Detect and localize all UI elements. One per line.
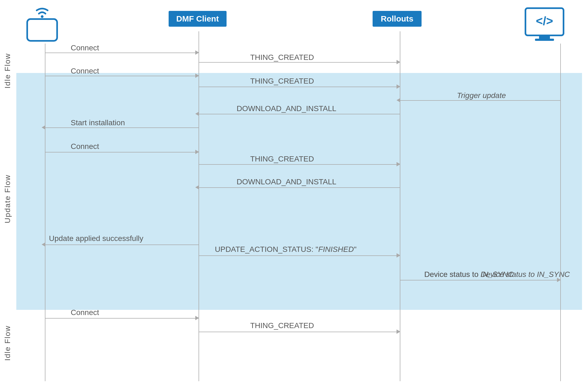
connect1-arrowhead <box>195 50 199 55</box>
svg-text:</>: </> <box>536 14 553 28</box>
trigger-update-label: Trigger update <box>457 91 506 100</box>
update-flow-label: Update Flow <box>3 95 12 302</box>
connect3-arrowhead <box>195 150 199 154</box>
update-action-status-line <box>199 255 400 256</box>
rollouts-box: Rollouts <box>373 11 422 27</box>
thing-created1-line <box>199 62 400 63</box>
download-install2-arrowhead <box>195 185 199 190</box>
download-install1-arrowhead <box>195 112 199 116</box>
svg-rect-4 <box>539 35 550 39</box>
device-status-text: Device status to IN_SYNC <box>424 270 513 279</box>
svg-rect-5 <box>535 39 554 41</box>
thing-created2-label: THING_CREATED <box>250 77 314 85</box>
svg-point-0 <box>41 15 44 18</box>
thing-created2-arrowhead <box>397 84 400 89</box>
download-install2-line <box>199 187 400 188</box>
thing-created3-line <box>199 164 400 165</box>
start-installation-arrowhead <box>42 125 45 130</box>
connect4-line <box>45 318 199 319</box>
update-action-status-arrowhead <box>397 253 400 258</box>
thing-created4-line <box>199 332 400 332</box>
device-status-line <box>400 280 560 280</box>
dmf-client-lifeline <box>199 31 199 381</box>
trigger-update-arrowhead <box>397 98 400 102</box>
connect4-arrowhead <box>195 316 199 320</box>
server-lifeline <box>560 44 561 381</box>
trigger-update-line <box>400 100 560 101</box>
thing-created4-arrowhead <box>397 329 400 334</box>
diagram: </> DMF Client Rollouts Idle Flow Update… <box>0 0 588 385</box>
thing-created4-label: THING_CREATED <box>250 321 314 330</box>
download-install1-line <box>199 114 400 114</box>
thing-created1-label: THING_CREATED <box>250 53 314 62</box>
download-install2-label: DOWNLOAD_AND_INSTALL <box>237 178 336 186</box>
rollouts-lifeline <box>400 31 400 381</box>
computer-icon: </> <box>523 5 566 45</box>
thing-created3-arrowhead <box>397 162 400 166</box>
update-applied-line <box>45 245 199 245</box>
start-installation-line <box>45 127 199 128</box>
connect3-label: Connect <box>71 142 99 151</box>
connect2-arrowhead <box>195 74 199 78</box>
idle-flow-bottom-label: Idle Flow <box>3 310 12 376</box>
device-status-arrowhead <box>557 278 561 282</box>
dmf-client-box: DMF Client <box>169 11 227 27</box>
thing-created2-line <box>199 87 400 87</box>
connect2-line <box>45 76 199 76</box>
update-applied-arrowhead <box>42 242 45 247</box>
start-installation-label: Start installation <box>71 118 125 127</box>
connect2-label: Connect <box>71 67 99 75</box>
download-install1-label: DOWNLOAD_AND_INSTALL <box>237 104 336 113</box>
device-icon <box>22 5 63 45</box>
thing-created1-arrowhead <box>397 60 400 64</box>
thing-created3-label: THING_CREATED <box>250 155 314 163</box>
connect4-label: Connect <box>71 308 99 317</box>
connect1-line <box>45 53 199 53</box>
connect1-label: Connect <box>71 44 99 52</box>
idle-flow-top-label: Idle Flow <box>3 38 12 103</box>
device-lifeline <box>45 44 45 381</box>
update-applied-label: Update applied successfully <box>49 234 143 243</box>
connect3-line <box>45 152 199 152</box>
svg-rect-1 <box>27 19 57 41</box>
update-action-status-label: UPDATE_ACTION_STATUS: "FINISHED" <box>215 245 357 254</box>
